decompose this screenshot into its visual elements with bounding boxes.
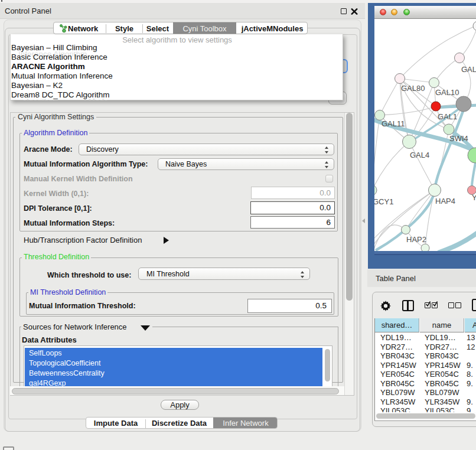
svg-text:GAL1: GAL1	[438, 112, 457, 121]
svg-text:GAL11: GAL11	[382, 119, 405, 128]
svg-text:Y: Y	[472, 193, 476, 202]
svg-text:GCY1: GCY1	[374, 197, 393, 206]
svg-text:HAP4: HAP4	[435, 197, 455, 206]
svg-text:SWI4: SWI4	[449, 134, 468, 143]
svg-text:GAL4: GAL4	[410, 151, 429, 159]
svg-text:GAL7: GAL7	[461, 65, 476, 74]
svg-text:HAP2: HAP2	[406, 235, 426, 244]
svg-text:GAL80: GAL80	[401, 84, 425, 93]
svg-text:GAL10: GAL10	[435, 88, 459, 97]
